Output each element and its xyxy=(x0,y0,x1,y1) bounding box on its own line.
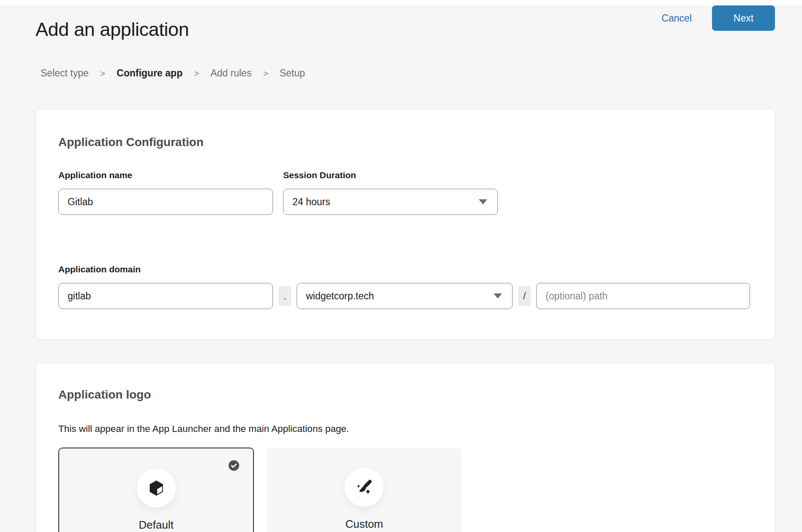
application-logo-card: Application logo This will appear in the… xyxy=(35,363,775,532)
session-duration-value: 24 hours xyxy=(292,196,330,208)
breadcrumb-step-setup[interactable]: Setup xyxy=(280,68,305,79)
domain-select[interactable]: widgetcorp.tech xyxy=(297,283,513,309)
breadcrumb-step-add-rules[interactable]: Add rules xyxy=(210,68,251,79)
breadcrumb-step-select-type[interactable]: Select type xyxy=(41,68,89,79)
application-configuration-card: Application Configuration Application na… xyxy=(35,109,775,339)
session-duration-select[interactable]: 24 hours xyxy=(283,189,498,215)
application-name-label: Application name xyxy=(58,170,273,180)
application-name-input[interactable] xyxy=(58,189,273,215)
breadcrumb-separator: > xyxy=(194,68,199,79)
session-duration-label: Session Duration xyxy=(283,170,498,180)
top-strip xyxy=(0,0,802,5)
application-logo-description: This will appear in the App Launcher and… xyxy=(58,423,751,434)
logo-option-default-label: Default xyxy=(139,518,173,532)
paintbrush-sparkles-icon xyxy=(355,478,374,497)
checkmark-circle-icon xyxy=(228,460,240,471)
section-heading-application-logo: Application logo xyxy=(58,388,751,402)
chevron-down-icon xyxy=(494,293,502,299)
logo-option-custom-label: Custom xyxy=(345,518,383,531)
logo-option-tiles: Default Custom xyxy=(58,448,751,532)
subdomain-input[interactable] xyxy=(58,283,273,309)
application-domain-label: Application domain xyxy=(58,264,751,274)
application-name-field: Application name xyxy=(58,170,273,215)
breadcrumb-separator: > xyxy=(100,68,105,79)
custom-logo-circle xyxy=(345,468,384,507)
next-button[interactable]: Next xyxy=(712,5,775,31)
logo-option-custom[interactable]: Custom xyxy=(267,448,461,532)
slash-separator: / xyxy=(518,286,531,306)
section-heading-application-configuration: Application Configuration xyxy=(58,136,751,149)
domain-select-value: widgetcorp.tech xyxy=(306,290,374,302)
chevron-down-icon xyxy=(479,199,487,204)
header-actions: Cancel Next xyxy=(661,5,775,31)
name-session-row: Application name Session Duration 24 hou… xyxy=(58,170,751,215)
session-duration-field: Session Duration 24 hours xyxy=(283,170,498,215)
page-title: Add an application xyxy=(35,19,189,41)
logo-option-default[interactable]: Default xyxy=(58,448,254,532)
path-input[interactable] xyxy=(536,283,750,309)
dot-separator: . xyxy=(278,286,291,306)
breadcrumb-separator: > xyxy=(263,68,268,79)
application-domain-row: . widgetcorp.tech / xyxy=(58,283,751,309)
default-logo-circle xyxy=(137,469,176,508)
breadcrumb: Select type > Configure app > Add rules … xyxy=(41,68,305,79)
cancel-button[interactable]: Cancel xyxy=(661,13,692,24)
breadcrumb-step-configure-app[interactable]: Configure app xyxy=(117,68,183,79)
cube-icon xyxy=(147,478,166,498)
